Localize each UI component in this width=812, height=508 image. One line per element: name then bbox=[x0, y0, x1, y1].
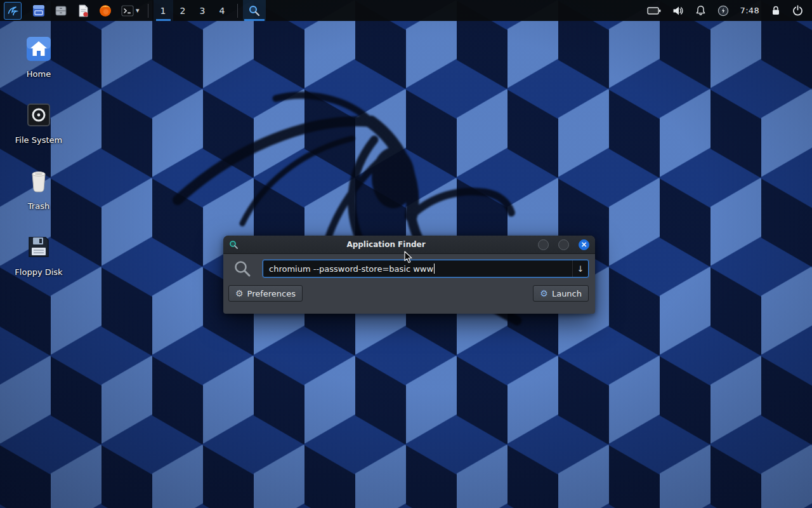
top-panel: ▾ 1 2 3 4 7:48 bbox=[0, 0, 812, 21]
desktop-icon-home[interactable]: Home bbox=[10, 34, 68, 79]
command-input-value: chromium --password-store=basic www bbox=[263, 264, 433, 274]
workspace-2[interactable]: 2 bbox=[173, 0, 193, 21]
maximize-button[interactable] bbox=[558, 239, 569, 250]
firefox-icon bbox=[98, 4, 112, 18]
text-caret bbox=[434, 264, 435, 274]
desktop-icon-label: Home bbox=[27, 69, 51, 79]
workspace-2-label: 2 bbox=[180, 6, 186, 16]
desktop-icon-trash[interactable]: Trash bbox=[10, 166, 68, 211]
taskbar-application-finder[interactable] bbox=[243, 0, 266, 21]
terminal-menu-arrow[interactable]: ▾ bbox=[136, 6, 140, 15]
desktop-icon-file-system[interactable]: File System bbox=[10, 100, 68, 145]
logout-icon[interactable] bbox=[792, 5, 803, 16]
search-row: chromium --password-store=basic www ↓ bbox=[223, 254, 595, 281]
search-icon bbox=[233, 260, 251, 277]
panel-tray: 7:48 bbox=[647, 5, 808, 17]
file-manager-icon bbox=[54, 4, 68, 18]
workspace-4-label: 4 bbox=[219, 6, 225, 16]
preferences-button[interactable]: ⚙ Preferences bbox=[228, 285, 303, 302]
application-finder-window: Application Finder × chromium --password… bbox=[223, 236, 595, 314]
desktop-icon-label: Floppy Disk bbox=[15, 267, 62, 277]
trash-icon bbox=[24, 166, 53, 196]
close-icon: × bbox=[580, 241, 587, 248]
button-row: ⚙ Preferences ⚙ Launch bbox=[223, 281, 595, 302]
workspace-3[interactable]: 3 bbox=[193, 0, 213, 21]
workspace-1[interactable]: 1 bbox=[154, 0, 173, 21]
close-button[interactable]: × bbox=[579, 239, 589, 250]
workspace-1-label: 1 bbox=[160, 6, 166, 16]
desktop-icon-label: File System bbox=[15, 135, 62, 145]
history-dropdown-arrow[interactable]: ↓ bbox=[572, 260, 588, 277]
launch-button[interactable]: ⚙ Launch bbox=[533, 285, 589, 302]
application-finder-window-icon bbox=[229, 240, 239, 250]
dashboard-launcher[interactable] bbox=[30, 2, 48, 20]
gear-icon: ⚙ bbox=[235, 289, 244, 298]
applications-menu-button[interactable] bbox=[4, 2, 22, 20]
desktop-icon-floppy-disk[interactable]: Floppy Disk bbox=[10, 232, 68, 277]
workspace-4[interactable]: 4 bbox=[213, 0, 232, 21]
panel-clock[interactable]: 7:48 bbox=[740, 6, 759, 15]
bell-icon[interactable] bbox=[695, 5, 706, 16]
magnifier-icon bbox=[248, 4, 261, 17]
terminal-launcher[interactable] bbox=[119, 2, 136, 20]
workspace-3-label: 3 bbox=[200, 6, 206, 16]
launch-icon: ⚙ bbox=[540, 289, 548, 298]
panel-separator bbox=[148, 4, 148, 18]
launch-button-label: Launch bbox=[552, 289, 582, 298]
file-manager-launcher[interactable] bbox=[52, 2, 70, 20]
home-icon bbox=[24, 34, 53, 64]
volume-icon[interactable] bbox=[672, 6, 684, 16]
window-title: Application Finder bbox=[244, 240, 528, 249]
desktop-icon-label: Trash bbox=[28, 201, 49, 211]
kali-logo-icon bbox=[6, 4, 19, 17]
file-system-icon bbox=[24, 100, 53, 130]
text-editor-icon bbox=[76, 4, 90, 18]
minimize-button[interactable] bbox=[538, 239, 549, 250]
firefox-launcher[interactable] bbox=[96, 2, 114, 20]
text-editor-launcher[interactable] bbox=[74, 2, 92, 20]
power-manager-icon[interactable] bbox=[717, 5, 729, 17]
preferences-button-label: Preferences bbox=[247, 289, 296, 298]
titlebar[interactable]: Application Finder × bbox=[223, 236, 595, 254]
panel-separator bbox=[237, 4, 238, 18]
command-input[interactable]: chromium --password-store=basic www ↓ bbox=[263, 260, 589, 277]
window-icon bbox=[32, 4, 46, 18]
terminal-icon bbox=[121, 4, 134, 18]
floppy-disk-icon bbox=[24, 232, 53, 262]
battery-icon[interactable] bbox=[647, 6, 661, 15]
lock-screen-icon[interactable] bbox=[771, 5, 781, 16]
